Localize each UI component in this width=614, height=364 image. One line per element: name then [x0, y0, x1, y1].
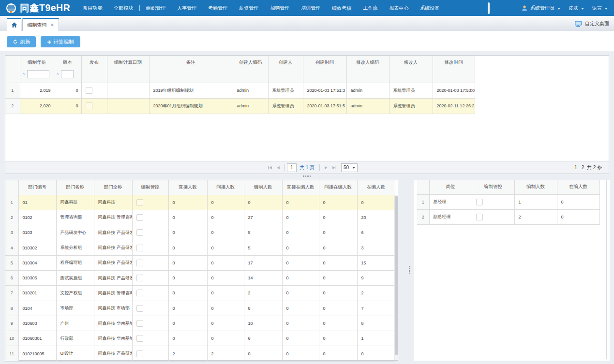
custom-desktop-label: 自定义桌面: [585, 20, 609, 27]
table-row[interactable]: 9010603广州同鑫科技 华南基地0010008: [5, 316, 395, 331]
cell: 5: [244, 240, 282, 255]
prev-page-button[interactable]: [275, 164, 282, 171]
cell: 7: [357, 301, 395, 316]
column-label: 部门编号: [19, 180, 56, 194]
row-checkbox[interactable]: [476, 199, 483, 205]
user-menu[interactable]: 系统管理员: [521, 5, 560, 12]
nav-item-1[interactable]: 常用功能: [77, 5, 108, 12]
cell: 010603: [18, 316, 56, 331]
row-checkbox[interactable]: [136, 260, 143, 266]
table-row[interactable]: 20102管理咨询部同鑫科技 管理咨询部00270020: [5, 210, 395, 225]
cell: 0: [54, 98, 81, 114]
row-checkbox[interactable]: [136, 199, 143, 206]
dept-header-row: 部门编号部门名称部门全称编制管控直接人数间接人数编制人数直接在编人数间接在编人数…: [5, 180, 395, 195]
table-row[interactable]: 30103产品研发中心同鑫科技 产品研发中心008006: [5, 225, 395, 240]
horizontal-splitter-handle[interactable]: [303, 175, 311, 177]
table-row[interactable]: 5010304程序编写组同鑫科技 产品研发中心00170015: [5, 255, 395, 270]
cell: 市场部: [56, 301, 94, 316]
row-checkbox[interactable]: [136, 335, 143, 342]
page-size-select[interactable]: 50: [341, 163, 358, 172]
cell: 同鑫科技 华南基地: [94, 331, 132, 346]
table-row[interactable]: 80104市场部同鑫科技 市场部008007: [5, 301, 395, 316]
custom-desktop-link[interactable]: 自定义桌面: [574, 16, 609, 31]
toolbar: 刷新 + 计算编制: [0, 31, 614, 51]
nav-item-3[interactable]: 组织管理: [140, 5, 171, 12]
cell: 9: [357, 270, 395, 285]
row-checkbox[interactable]: [136, 245, 143, 251]
language-label: 语言: [592, 5, 602, 12]
row-checkbox[interactable]: [136, 290, 143, 296]
cell: 27: [244, 210, 282, 225]
cell: 0: [282, 270, 319, 285]
tab-close-icon[interactable]: ×: [50, 22, 54, 28]
row-number-cell: 7: [5, 286, 18, 301]
table-row[interactable]: 101同鑫科技同鑫科技000000: [5, 195, 395, 210]
table-row[interactable]: 6010305测试实施组同鑫科技 产品研发中心0014009: [5, 270, 395, 285]
refresh-button[interactable]: 刷新: [7, 36, 36, 47]
column-header: 在编人数: [557, 180, 599, 194]
cell: 同鑫科技 管理咨询部: [94, 210, 132, 225]
table-row[interactable]: 1总经理10: [417, 194, 599, 209]
row-checkbox[interactable]: [136, 350, 143, 357]
nav-item-5[interactable]: 考勤管理: [202, 5, 233, 12]
table-row[interactable]: 12,01902019年组织编制规划admin系统管理员2020-01-03 1…: [5, 83, 475, 98]
vertical-scrollbar[interactable]: [394, 195, 398, 360]
table-row[interactable]: 7010201文控产权组同鑫科技 管理咨询部002002: [5, 286, 395, 301]
last-page-button[interactable]: [331, 164, 337, 171]
first-page-button[interactable]: [267, 164, 273, 171]
nav-item-2[interactable]: 全部模块: [108, 5, 139, 12]
cell: 010201: [18, 286, 56, 301]
cell: 0: [282, 225, 319, 240]
cell: 0: [557, 194, 599, 209]
nav-item-6[interactable]: 薪资管理: [233, 5, 264, 12]
nav-item-11[interactable]: 报表中心: [383, 5, 414, 12]
table-row[interactable]: 2副总经理20: [417, 209, 599, 224]
nav-item-9[interactable]: 绩效考核: [326, 5, 357, 12]
row-checkbox[interactable]: [136, 214, 143, 221]
tab-label: 编制查询: [27, 22, 46, 29]
cell: admin: [233, 98, 268, 114]
nav-item-7[interactable]: 招聘管理: [264, 5, 295, 12]
table-row[interactable]: 1001060301行政部同鑫科技 华南基地006001: [5, 331, 395, 346]
desktop-icon: [574, 20, 582, 27]
table-row[interactable]: 11010210005UI设计同鑫科技 产品研发中心220000: [5, 346, 395, 361]
calc-button[interactable]: + 计算编制: [41, 36, 80, 47]
nav-item-12[interactable]: 系统设置: [414, 5, 445, 12]
cell: 0: [319, 346, 357, 361]
plan-header-row: 编制年份~版本~发布编制计算日期备注创建人编码创建人创建时间修改人编码修改人修改…: [5, 56, 475, 83]
skin-menu[interactable]: 皮肤: [569, 5, 584, 12]
row-checkbox[interactable]: [136, 320, 143, 327]
tab-home[interactable]: [7, 18, 21, 31]
row-checkbox[interactable]: [136, 229, 143, 236]
language-menu[interactable]: 语言: [592, 5, 608, 12]
filter-input[interactable]: [61, 70, 74, 78]
row-checkbox[interactable]: [86, 102, 92, 109]
row-checkbox[interactable]: [136, 305, 143, 312]
nav-item-4[interactable]: 人事管理: [171, 5, 202, 12]
cell: admin: [233, 83, 268, 98]
column-header: 编制管控: [132, 180, 168, 195]
column-header: 创建人编码: [233, 56, 268, 83]
filter-input[interactable]: [27, 70, 49, 78]
column-label: 编制人数: [244, 180, 282, 194]
cell: 1: [357, 331, 395, 346]
row-checkbox[interactable]: [136, 275, 143, 281]
tab-active[interactable]: 编制查询 ×: [22, 18, 59, 31]
column-label: 部门全称: [94, 180, 132, 194]
page-number-input[interactable]: [287, 163, 297, 172]
nav-item-10[interactable]: 工作流: [357, 5, 383, 12]
navbar-right: 系统管理员 皮肤 语言: [488, 2, 608, 14]
nav-item-8[interactable]: 培训管理: [295, 5, 326, 12]
table-row[interactable]: 22,02002020年01月组织编制规划admin系统管理员2020-01-0…: [5, 98, 475, 114]
cell: 0: [319, 210, 357, 225]
next-page-button[interactable]: [323, 164, 329, 171]
row-checkbox[interactable]: [86, 87, 92, 94]
column-label: 修改人: [389, 56, 433, 69]
scrollbar-thumb[interactable]: [395, 196, 398, 355]
row-number-cell: 5: [5, 255, 18, 270]
vertical-splitter-handle[interactable]: [409, 266, 410, 274]
cell: [132, 316, 168, 331]
cell: 0: [207, 195, 244, 210]
row-checkbox[interactable]: [476, 214, 483, 220]
table-row[interactable]: 4010302系统分析组同鑫科技 产品研发中心005003: [5, 240, 395, 255]
